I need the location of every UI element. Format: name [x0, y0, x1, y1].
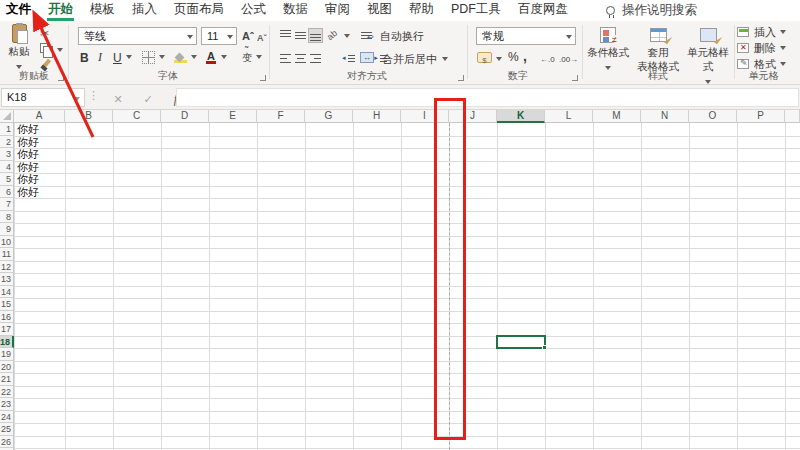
column-header-C[interactable]: C	[113, 110, 161, 123]
align-right-button[interactable]	[309, 52, 322, 65]
wrap-text-button[interactable]: 自动换行	[380, 29, 424, 44]
row-header-8[interactable]: 8	[0, 211, 14, 224]
merge-center-button[interactable]: 合并后居中	[382, 52, 437, 67]
row-header-7[interactable]: 7	[0, 198, 14, 211]
row-header-24[interactable]: 24	[0, 411, 14, 424]
column-header-J[interactable]: J	[449, 110, 497, 123]
row-header-20[interactable]: 20	[0, 361, 14, 374]
chevron-down-icon[interactable]	[256, 55, 262, 59]
comma-format-button[interactable]: ,	[523, 48, 527, 64]
delete-cells-button[interactable]: 删除	[737, 41, 786, 55]
grid-cell-A2[interactable]: 你好	[14, 136, 65, 149]
formula-bar-splitter[interactable]: ⋮	[88, 89, 99, 102]
menu-tab-模板[interactable]: 模板	[89, 0, 116, 21]
tell-me-search[interactable]: 操作说明搜索	[606, 0, 697, 21]
font-size-combo[interactable]: 11	[201, 27, 237, 45]
menu-tab-插入[interactable]: 插入	[131, 0, 158, 21]
decrease-decimal-button[interactable]	[559, 52, 578, 64]
number-format-combo[interactable]: 常规	[476, 27, 576, 45]
menu-tab-PDF工具[interactable]: PDF工具	[450, 0, 502, 21]
column-header-H[interactable]: H	[353, 110, 401, 123]
decrease-indent-button[interactable]	[343, 52, 356, 65]
select-all-corner[interactable]	[0, 110, 14, 123]
column-header-A[interactable]: A	[14, 110, 65, 123]
chevron-down-icon[interactable]	[344, 34, 350, 38]
italic-button[interactable]: I	[98, 48, 102, 67]
row-header-6[interactable]: 6	[0, 186, 14, 199]
row-header-18[interactable]: 18	[0, 336, 14, 349]
orientation-button[interactable]	[327, 28, 337, 40]
column-header-K[interactable]: K	[497, 110, 545, 123]
column-header-N[interactable]: N	[641, 110, 689, 123]
chevron-down-icon[interactable]	[442, 57, 448, 61]
formula-input[interactable]	[176, 88, 799, 107]
spreadsheet-grid[interactable]: ABCDEFGHIJKLMNOP123456789101112131415161…	[0, 110, 800, 450]
align-middle-button[interactable]	[294, 29, 307, 42]
font-dialog-launcher[interactable]	[260, 75, 266, 81]
copy-button[interactable]	[40, 43, 48, 55]
column-header-F[interactable]: F	[257, 110, 305, 123]
cancel-icon[interactable]	[103, 89, 133, 107]
selected-cell-K18[interactable]	[496, 335, 546, 350]
align-bottom-button[interactable]	[309, 29, 322, 42]
row-header-22[interactable]: 22	[0, 386, 14, 399]
name-box[interactable]: K18	[1, 88, 85, 107]
menu-tab-视图[interactable]: 视图	[366, 0, 393, 21]
row-header-15[interactable]: 15	[0, 298, 14, 311]
fill-color-button[interactable]	[174, 48, 187, 67]
grid-cell-A1[interactable]: 你好	[14, 123, 65, 136]
phonetic-guide-button[interactable]: 变	[242, 48, 252, 67]
decrease-font-size-button[interactable]	[257, 31, 267, 43]
row-header-16[interactable]: 16	[0, 311, 14, 324]
row-header-14[interactable]: 14	[0, 286, 14, 299]
row-header-10[interactable]: 10	[0, 236, 14, 249]
font-name-combo[interactable]: 等线	[78, 27, 197, 45]
chevron-down-icon[interactable]	[191, 55, 197, 59]
row-header-3[interactable]: 3	[0, 148, 14, 161]
row-header-11[interactable]: 11	[0, 248, 14, 261]
row-header-19[interactable]: 19	[0, 348, 14, 361]
currency-format-button[interactable]	[477, 52, 492, 63]
menu-tab-文件[interactable]: 文件	[5, 0, 32, 21]
column-header-M[interactable]: M	[593, 110, 641, 123]
menu-tab-数据[interactable]: 数据	[282, 0, 309, 21]
bold-button[interactable]: B	[80, 48, 89, 67]
chevron-down-icon[interactable]	[159, 55, 165, 59]
align-top-button[interactable]	[279, 29, 292, 42]
column-header-G[interactable]: G	[305, 110, 353, 123]
cut-button[interactable]	[40, 27, 49, 40]
chevron-down-icon[interactable]	[57, 48, 63, 52]
borders-button[interactable]	[142, 48, 155, 67]
underline-button[interactable]: U	[113, 48, 122, 67]
row-header-23[interactable]: 23	[0, 398, 14, 411]
grid-cell-A5[interactable]: 你好	[14, 173, 65, 186]
percent-format-button[interactable]: %	[508, 50, 519, 64]
font-color-button[interactable]: A	[206, 48, 216, 67]
increase-font-size-button[interactable]	[242, 30, 254, 42]
enter-icon[interactable]	[133, 89, 163, 107]
column-header-I[interactable]: I	[401, 110, 449, 123]
align-left-button[interactable]	[279, 52, 292, 65]
menu-tab-审阅[interactable]: 审阅	[324, 0, 351, 21]
column-header-B[interactable]: B	[65, 110, 113, 123]
number-dialog-launcher[interactable]	[572, 75, 578, 81]
grid-cell-A3[interactable]: 你好	[14, 148, 65, 161]
fill-handle[interactable]	[542, 345, 547, 350]
menu-tab-开始[interactable]: 开始	[47, 0, 74, 21]
paste-button[interactable]: 粘贴	[3, 24, 35, 68]
row-header-17[interactable]: 17	[0, 323, 14, 336]
row-header-21[interactable]: 21	[0, 373, 14, 386]
grid-cell-A4[interactable]: 你好	[14, 161, 65, 174]
column-header-E[interactable]: E	[209, 110, 257, 123]
chevron-down-icon[interactable]	[496, 57, 502, 61]
clipboard-dialog-launcher[interactable]	[58, 75, 64, 81]
row-header-26[interactable]: 26	[0, 436, 14, 449]
row-header-12[interactable]: 12	[0, 261, 14, 274]
column-header-L[interactable]: L	[545, 110, 593, 123]
row-header-4[interactable]: 4	[0, 161, 14, 174]
row-header-9[interactable]: 9	[0, 223, 14, 236]
row-header-1[interactable]: 1	[0, 123, 14, 136]
menu-tab-百度网盘[interactable]: 百度网盘	[517, 0, 569, 21]
increase-decimal-button[interactable]	[540, 52, 555, 64]
column-header-D[interactable]: D	[161, 110, 209, 123]
